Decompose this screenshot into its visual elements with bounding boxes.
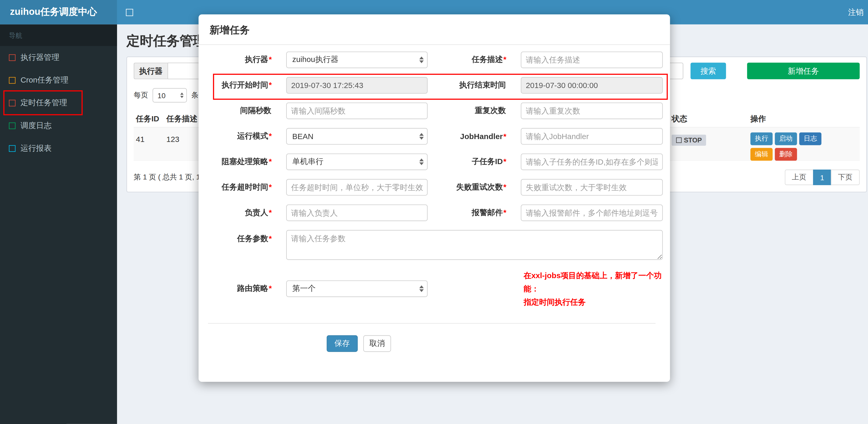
sidebar-item-label: 运行报表	[21, 143, 52, 153]
owner-label: 负责人*	[198, 208, 272, 218]
timeout-label: 任务超时时间*	[198, 182, 272, 192]
run-button[interactable]: 执行	[750, 133, 773, 145]
select-arrows-icon	[420, 159, 424, 165]
delete-button[interactable]: 删除	[775, 148, 797, 161]
end-time-input[interactable]	[521, 77, 663, 94]
form-row: 阻塞处理策略* 单机串行 子任务ID*	[198, 153, 663, 170]
label-text: 执行开始时间	[222, 80, 268, 89]
timeout-input[interactable]	[286, 179, 428, 196]
modal-title: 新增任务	[210, 23, 659, 36]
pagination-summary: 第 1 页 ( 总共 1 页, 1	[134, 172, 200, 182]
select-arrows-icon	[180, 93, 184, 98]
start-time-input[interactable]	[286, 77, 428, 94]
form-row: 负责人* 报警邮件*	[198, 204, 663, 221]
required-asterisk: *	[269, 131, 272, 140]
cell-task-desc: 123	[166, 135, 179, 143]
next-page-button[interactable]: 下页	[831, 169, 860, 185]
sidebar-item-label: 执行器管理	[21, 52, 59, 62]
block-strategy-select[interactable]: 单机串行	[286, 153, 428, 170]
cancel-button[interactable]: 取消	[363, 335, 391, 352]
form-row-time: 执行开始时间* 执行结束时间	[198, 77, 663, 94]
executor-label: 执行器*	[198, 55, 272, 65]
sidebar-toggle[interactable]	[126, 0, 133, 25]
row-actions: 执行 启动 日志 编辑 删除	[750, 133, 826, 164]
form-row: 间隔秒数 重复次数	[198, 103, 663, 119]
form-row-route: 路由策略* 第一个 在xxl-jobs项目的基础上，新增了一个功能： 指定时间执…	[198, 269, 663, 308]
feature-note-line2: 指定时间执行任务	[524, 295, 663, 308]
retry-count-input[interactable]	[521, 179, 663, 196]
label-text: 运行模式	[237, 131, 268, 140]
label-text: 执行器	[245, 55, 268, 64]
task-params-textarea[interactable]	[286, 230, 663, 260]
label-text: 任务参数	[237, 234, 268, 243]
required-asterisk: *	[503, 157, 506, 166]
col-header-task-desc: 任务描述	[166, 110, 197, 127]
square-icon	[9, 77, 16, 84]
cell-task-id: 41	[136, 135, 145, 143]
sidebar-item-scheduled-task-management[interactable]: 定时任务管理	[0, 91, 117, 114]
square-icon	[9, 99, 16, 106]
square-icon	[9, 122, 16, 129]
interval-seconds-label: 间隔秒数	[198, 106, 272, 116]
feature-note: 在xxl-jobs项目的基础上，新增了一个功能： 指定时间执行任务	[524, 269, 663, 308]
owner-input[interactable]	[286, 204, 428, 221]
interval-seconds-input[interactable]	[286, 103, 428, 119]
logout-link[interactable]: 注销	[848, 0, 864, 25]
brand-logo[interactable]: zuihou任务调度中心	[0, 0, 117, 25]
executor-filter-label: 执行器	[134, 63, 167, 79]
run-mode-select[interactable]: BEAN	[286, 128, 428, 145]
log-button[interactable]: 日志	[799, 133, 822, 145]
sidebar-item-executor-management[interactable]: 执行器管理	[0, 46, 117, 69]
required-asterisk: *	[503, 132, 506, 141]
repeat-count-input[interactable]	[521, 103, 663, 119]
end-time-label: 执行结束时间	[428, 80, 506, 90]
start-button[interactable]: 启动	[775, 133, 797, 145]
add-task-button[interactable]: 新增任务	[747, 63, 860, 79]
save-button[interactable]: 保存	[327, 335, 358, 352]
col-header-task-id: 任务ID	[136, 110, 159, 127]
jobhandler-input[interactable]	[521, 128, 663, 145]
status-text: STOP	[684, 136, 702, 144]
sidebar-toggle-icon	[126, 9, 133, 16]
prev-page-button[interactable]: 上页	[784, 169, 813, 185]
select-arrows-icon	[420, 286, 424, 292]
feature-note-line1: 在xxl-jobs项目的基础上，新增了一个功能：	[524, 269, 663, 295]
search-button[interactable]: 搜索	[690, 63, 726, 79]
sidebar-item-run-report[interactable]: 运行报表	[0, 137, 117, 160]
form-row: 运行模式* BEAN JobHandler*	[198, 128, 663, 145]
label-text: 重复次数	[475, 106, 506, 115]
executor-select[interactable]: zuihou执行器	[286, 52, 428, 68]
child-task-id-input[interactable]	[521, 153, 663, 170]
screen: zuihou任务调度中心 注销 导航 执行器管理 Cron任务管理 定时任务管理	[0, 0, 868, 424]
sidebar: 导航 执行器管理 Cron任务管理 定时任务管理 调度日志 运行报表	[0, 25, 117, 424]
per-page-select[interactable]: 10	[153, 88, 187, 102]
label-text: 报警邮件	[472, 208, 503, 217]
label-text: 执行结束时间	[459, 80, 506, 89]
start-time-label: 执行开始时间*	[198, 80, 272, 90]
required-asterisk: *	[269, 284, 272, 292]
alarm-email-input[interactable]	[521, 204, 663, 221]
page-1-button[interactable]: 1	[813, 169, 832, 185]
required-asterisk: *	[269, 157, 272, 166]
label-text: 路由策略	[237, 284, 268, 292]
label-text: 任务描述	[472, 55, 503, 64]
route-strategy-select[interactable]: 第一个	[286, 281, 428, 297]
label-text: 间隔秒数	[240, 106, 271, 115]
sidebar-item-dispatch-log[interactable]: 调度日志	[0, 114, 117, 137]
required-asterisk: *	[269, 208, 272, 217]
required-asterisk: *	[503, 208, 506, 217]
modal-footer: 保存 取消	[327, 335, 662, 352]
run-mode-select-value: BEAN	[292, 132, 313, 141]
label-text: 失败重试次数	[456, 182, 503, 191]
sidebar-item-cron-task-management[interactable]: Cron任务管理	[0, 69, 117, 91]
task-params-label: 任务参数*	[198, 230, 272, 244]
edit-button[interactable]: 编辑	[750, 148, 773, 161]
child-task-id-label: 子任务ID*	[428, 157, 506, 167]
modal-divider	[208, 323, 656, 324]
label-text: 子任务ID	[472, 157, 503, 166]
label-text: 负责人	[245, 208, 268, 217]
label-text: 阻塞处理策略	[222, 157, 268, 166]
repeat-count-label: 重复次数	[428, 106, 506, 116]
pagination: 上页 1 下页	[784, 169, 860, 185]
task-desc-input[interactable]	[521, 52, 663, 68]
